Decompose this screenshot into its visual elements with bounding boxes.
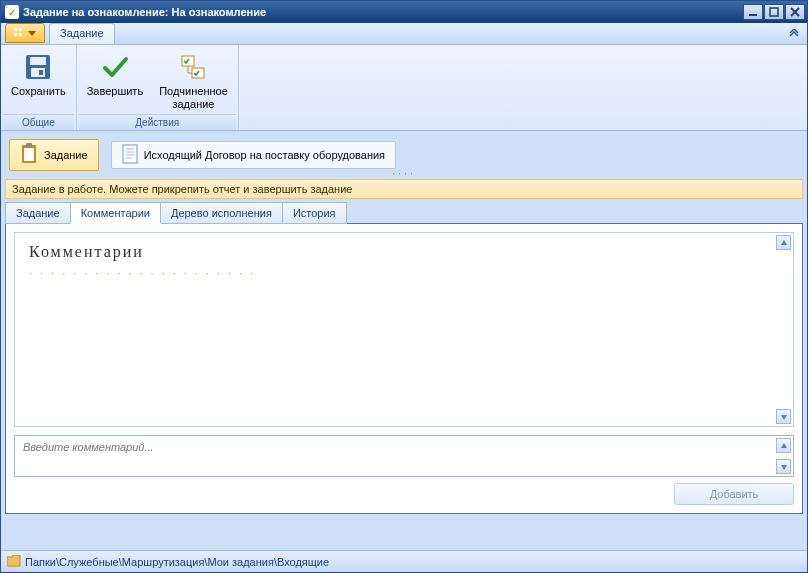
input-scroll-down-button[interactable] — [776, 459, 791, 474]
svg-rect-20 — [123, 145, 137, 163]
triangle-down-icon — [780, 413, 788, 421]
object-bar: Задание Исходящий Договор на поставку об… — [1, 131, 807, 179]
triangle-up-icon — [780, 239, 788, 247]
window-title: Задание на ознакомление: На ознакомление — [23, 6, 742, 18]
linked-document-label: Исходящий Договор на поставку оборудован… — [144, 149, 385, 161]
svg-rect-6 — [14, 33, 17, 36]
tab-comments[interactable]: Комментарии — [70, 202, 161, 224]
clipboard-icon — [20, 143, 38, 167]
footer-breadcrumb-bar: Папки\Служебные\Маршрутизация\Мои задани… — [1, 550, 807, 572]
svg-marker-29 — [7, 555, 20, 566]
task-object-button[interactable]: Задание — [9, 139, 99, 171]
ribbon: Сохранить Общие Завершить Подчиненное за… — [1, 45, 807, 131]
triangle-up-icon — [780, 442, 788, 450]
subtask-label-2: задание — [172, 98, 214, 111]
comment-input-row — [14, 435, 794, 477]
close-icon — [790, 7, 800, 17]
comments-heading: Комментарии — [29, 243, 779, 261]
menu-icon — [12, 26, 26, 40]
add-comment-button[interactable]: Добавить — [674, 483, 794, 505]
svg-marker-26 — [781, 415, 787, 420]
tab-label: Задание — [16, 207, 60, 219]
tab-label: Дерево исполнения — [171, 207, 272, 219]
chevron-up-icon — [789, 29, 799, 39]
ribbon-tab-task[interactable]: Задание — [49, 23, 115, 44]
svg-marker-25 — [781, 240, 787, 245]
svg-rect-1 — [770, 8, 778, 16]
floppy-icon — [22, 51, 54, 83]
tab-history[interactable]: История — [282, 202, 347, 224]
svg-rect-18 — [24, 148, 34, 161]
content-panel: Комментарии ····················· Добави… — [5, 223, 803, 514]
tab-label: Комментарии — [81, 207, 150, 219]
quick-access-button[interactable] — [5, 23, 45, 43]
svg-rect-7 — [19, 33, 22, 36]
tab-label: История — [293, 207, 336, 219]
save-button[interactable]: Сохранить — [3, 47, 74, 114]
task-object-label: Задание — [44, 149, 88, 161]
svg-rect-5 — [19, 28, 22, 31]
minimize-icon — [748, 7, 758, 17]
maximize-icon — [769, 7, 779, 17]
content-tabs: Задание Комментарии Дерево исполнения Ис… — [5, 202, 803, 224]
svg-marker-8 — [28, 31, 36, 36]
comment-input[interactable] — [21, 439, 773, 473]
ribbon-collapse-button[interactable] — [787, 27, 801, 41]
triangle-down-icon — [780, 463, 788, 471]
ribbon-group-common-label: Общие — [3, 114, 74, 130]
resize-grip[interactable]: ···· — [392, 167, 416, 179]
titlebar: ✓ Задание на ознакомление: На ознакомлен… — [1, 1, 807, 23]
subtask-icon — [177, 51, 209, 83]
svg-rect-19 — [26, 143, 32, 147]
breadcrumb-path[interactable]: Папки\Служебные\Маршрутизация\Мои задани… — [25, 556, 329, 568]
subtask-label-1: Подчиненное — [159, 85, 228, 98]
ribbon-group-common: Сохранить Общие — [1, 45, 77, 130]
svg-rect-12 — [39, 70, 43, 75]
close-button[interactable] — [785, 4, 805, 20]
input-scroll-up-button[interactable] — [776, 438, 791, 453]
folder-icon — [7, 555, 21, 569]
app-icon: ✓ — [5, 5, 19, 19]
comment-input-wrap — [14, 435, 794, 477]
complete-label: Завершить — [87, 85, 143, 98]
checkmark-icon — [99, 51, 131, 83]
svg-rect-4 — [14, 28, 17, 31]
ribbon-tab-label: Задание — [60, 27, 104, 39]
status-strip: Задание в работе. Можете прикрепить отче… — [5, 179, 803, 199]
document-icon — [122, 144, 138, 166]
complete-button[interactable]: Завершить — [79, 47, 151, 114]
save-label: Сохранить — [11, 85, 66, 98]
linked-document-button[interactable]: Исходящий Договор на поставку оборудован… — [111, 141, 396, 169]
subtask-button[interactable]: Подчиненное задание — [151, 47, 236, 114]
svg-marker-28 — [781, 465, 787, 470]
tab-task[interactable]: Задание — [5, 202, 71, 224]
status-message: Задание в работе. Можете прикрепить отче… — [12, 183, 352, 195]
chevron-down-icon — [28, 29, 36, 37]
scroll-up-button[interactable] — [776, 235, 791, 250]
divider-dots: ····················· — [29, 267, 779, 279]
minimize-button[interactable] — [743, 4, 763, 20]
add-comment-label: Добавить — [710, 488, 759, 500]
scroll-down-button[interactable] — [776, 409, 791, 424]
tab-execution-tree[interactable]: Дерево исполнения — [160, 202, 283, 224]
svg-marker-27 — [781, 443, 787, 448]
comments-view: Комментарии ····················· — [14, 232, 794, 427]
ribbon-group-actions-label: Действия — [79, 114, 236, 130]
ribbon-group-actions: Завершить Подчиненное задание Действия — [77, 45, 239, 130]
ribbon-tab-row: Задание — [1, 23, 807, 45]
maximize-button[interactable] — [764, 4, 784, 20]
svg-rect-10 — [30, 57, 46, 65]
